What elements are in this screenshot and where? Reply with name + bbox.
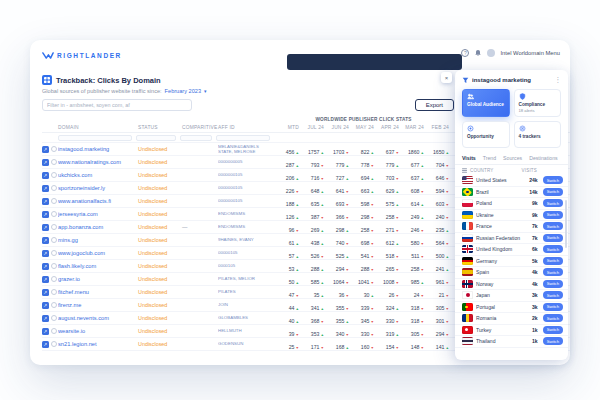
help-icon[interactable]: ? bbox=[461, 49, 469, 57]
column-header-feb-24[interactable]: Feb 24 bbox=[426, 125, 451, 130]
open-domain-icon[interactable]: ↗ bbox=[42, 198, 49, 205]
panel-card-opportunity[interactable]: Opportunity bbox=[462, 121, 510, 148]
export-button[interactable]: Export bbox=[415, 99, 454, 111]
user-menu[interactable]: Intel Worldomain Menu bbox=[500, 50, 560, 56]
open-domain-icon[interactable]: ↗ bbox=[42, 341, 49, 348]
domain-link[interactable]: sportzoneinsider.ly bbox=[58, 185, 138, 191]
switch-button[interactable]: Switch bbox=[543, 326, 563, 334]
domain-info-icon[interactable] bbox=[51, 315, 57, 321]
switch-button[interactable]: Switch bbox=[543, 337, 563, 345]
open-domain-icon[interactable]: ↗ bbox=[42, 315, 49, 322]
column-filter-domain[interactable] bbox=[58, 135, 132, 141]
panel-card-global-audience[interactable]: Global Audience bbox=[462, 89, 510, 117]
domain-info-icon[interactable] bbox=[51, 211, 57, 217]
switch-button[interactable]: Switch bbox=[543, 211, 563, 219]
country-column-header[interactable]: COUNTRY bbox=[470, 168, 494, 173]
domain-link[interactable]: sn21.legion.net bbox=[58, 341, 138, 347]
switch-button[interactable]: Switch bbox=[543, 314, 563, 322]
domain-info-icon[interactable] bbox=[51, 250, 57, 256]
switch-button[interactable]: Switch bbox=[543, 291, 563, 299]
open-domain-icon[interactable]: ↗ bbox=[42, 224, 49, 231]
date-filter-dropdown[interactable]: February 2023 bbox=[165, 88, 201, 94]
domain-link[interactable]: mins.gg bbox=[58, 237, 138, 243]
switch-button[interactable]: Switch bbox=[543, 303, 563, 311]
switch-button[interactable]: Switch bbox=[543, 188, 563, 196]
tab-visits[interactable]: Visits bbox=[462, 155, 476, 161]
switch-button[interactable]: Switch bbox=[543, 280, 563, 288]
chevron-down-icon[interactable]: ▾ bbox=[204, 88, 207, 94]
domain-link[interactable]: www.anationalfacts.fi bbox=[58, 198, 138, 204]
open-domain-icon[interactable]: ↗ bbox=[42, 211, 49, 218]
avatar[interactable] bbox=[487, 49, 495, 57]
switch-button[interactable]: Switch bbox=[543, 176, 563, 184]
brand-logo[interactable]: RIGHTLANDER bbox=[42, 51, 122, 60]
switch-button[interactable]: Switch bbox=[543, 257, 563, 265]
open-domain-icon[interactable]: ↗ bbox=[42, 146, 49, 153]
column-filter-status[interactable] bbox=[136, 135, 176, 141]
domain-info-icon[interactable] bbox=[51, 237, 57, 243]
switch-button[interactable]: Switch bbox=[543, 268, 563, 276]
open-domain-icon[interactable]: ↗ bbox=[42, 250, 49, 257]
column-header-status[interactable]: STATUS bbox=[138, 125, 182, 130]
domain-link[interactable]: wearsite.io bbox=[58, 328, 138, 334]
tab-sources[interactable]: Sources bbox=[503, 155, 522, 161]
open-domain-icon[interactable]: ↗ bbox=[42, 328, 49, 335]
column-filter-aff-id[interactable] bbox=[216, 135, 270, 141]
column-filter-comparitive[interactable] bbox=[180, 135, 212, 141]
open-domain-icon[interactable]: ↗ bbox=[42, 237, 49, 244]
column-header-mtd[interactable]: MTD bbox=[276, 125, 301, 130]
column-header-aff-id[interactable]: AFF ID bbox=[218, 125, 276, 130]
domain-link[interactable]: jerseesyria.com bbox=[58, 211, 138, 217]
domain-link[interactable]: flash.likely.com bbox=[58, 263, 138, 269]
domain-info-icon[interactable] bbox=[51, 198, 57, 204]
column-header-mar-24[interactable]: Mar 24 bbox=[401, 125, 426, 130]
close-icon[interactable]: × bbox=[441, 72, 452, 83]
notifications-icon[interactable] bbox=[474, 49, 482, 57]
column-header-may-24[interactable]: May 24 bbox=[351, 125, 376, 130]
scrollbar[interactable] bbox=[565, 200, 567, 248]
tab-trend[interactable]: Trend bbox=[483, 155, 496, 161]
domain-link[interactable]: firenz.me bbox=[58, 302, 138, 308]
open-domain-icon[interactable]: ↗ bbox=[42, 276, 49, 283]
domain-info-icon[interactable] bbox=[51, 263, 57, 269]
switch-button[interactable]: Switch bbox=[543, 222, 563, 230]
domain-link[interactable]: www.jogoclub.com bbox=[58, 250, 138, 256]
domain-info-icon[interactable] bbox=[51, 328, 57, 334]
panel-card-4-trackers[interactable]: 4 trackers bbox=[514, 121, 562, 148]
column-header-domain[interactable]: DOMAIN bbox=[58, 125, 138, 130]
search-input[interactable] bbox=[42, 99, 192, 111]
open-domain-icon[interactable]: ↗ bbox=[42, 172, 49, 179]
domain-info-icon[interactable] bbox=[51, 302, 57, 308]
domain-link[interactable]: ukchicks.com bbox=[58, 172, 138, 178]
domain-link[interactable]: august.nevents.com bbox=[58, 315, 138, 321]
domain-link[interactable]: www.nationalratings.com bbox=[58, 159, 138, 165]
domain-info-icon[interactable] bbox=[51, 172, 57, 178]
open-domain-icon[interactable]: ↗ bbox=[42, 185, 49, 192]
domain-link[interactable]: fitchef.menu bbox=[58, 289, 138, 295]
panel-card-compliance[interactable]: Compliance18 alerts bbox=[514, 89, 562, 117]
domain-info-icon[interactable] bbox=[51, 289, 57, 295]
kebab-menu-icon[interactable]: ⋮ bbox=[555, 76, 562, 84]
open-domain-icon[interactable]: ↗ bbox=[42, 302, 49, 309]
domain-info-icon[interactable] bbox=[51, 224, 57, 230]
column-header-apr-24[interactable]: Apr 24 bbox=[376, 125, 401, 130]
domain-info-icon[interactable] bbox=[51, 159, 57, 165]
open-domain-icon[interactable]: ↗ bbox=[42, 263, 49, 270]
domain-info-icon[interactable] bbox=[51, 276, 57, 282]
switch-button[interactable]: Switch bbox=[543, 234, 563, 242]
domain-link[interactable]: instagood.marketing bbox=[58, 146, 138, 152]
domain-link[interactable]: app.bonanza.com bbox=[58, 224, 138, 230]
switch-button[interactable]: Switch bbox=[543, 245, 563, 253]
open-domain-icon[interactable]: ↗ bbox=[42, 159, 49, 166]
domain-info-icon[interactable] bbox=[51, 146, 57, 152]
visits-column-header[interactable]: VISITS bbox=[522, 168, 537, 173]
column-header-jul-24[interactable]: Jul 24 bbox=[301, 125, 326, 130]
tab-destinations[interactable]: Destinations bbox=[529, 155, 558, 161]
switch-button[interactable]: Switch bbox=[543, 199, 563, 207]
open-domain-icon[interactable]: ↗ bbox=[42, 289, 49, 296]
column-header-jun-24[interactable]: Jun 24 bbox=[326, 125, 351, 130]
domain-info-icon[interactable] bbox=[51, 341, 57, 347]
domain-link[interactable]: grazer.io bbox=[58, 276, 138, 282]
column-header-comparitive[interactable]: COMPARITIVE bbox=[182, 125, 218, 130]
domain-info-icon[interactable] bbox=[51, 185, 57, 191]
